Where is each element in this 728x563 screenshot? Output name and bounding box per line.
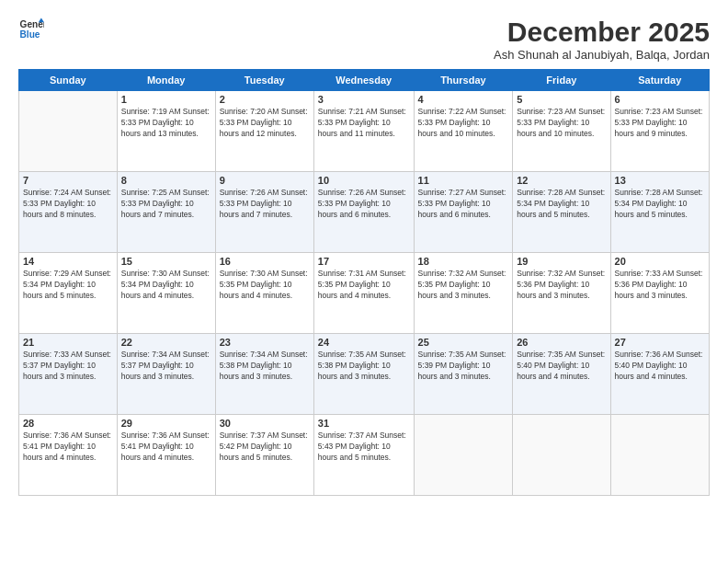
day-number: 7	[23, 175, 113, 186]
table-row: 14Sunrise: 7:29 AM Sunset: 5:34 PM Dayli…	[19, 253, 118, 334]
header-sunday: Sunday	[19, 70, 118, 91]
day-number: 13	[615, 175, 705, 186]
day-number: 25	[418, 337, 509, 348]
day-info: Sunrise: 7:35 AM Sunset: 5:38 PM Dayligh…	[318, 350, 410, 383]
day-info: Sunrise: 7:27 AM Sunset: 5:33 PM Dayligh…	[418, 188, 509, 221]
day-number: 27	[615, 337, 705, 348]
logo-icon: General Blue	[18, 17, 44, 42]
day-number: 6	[615, 94, 705, 105]
day-number: 5	[517, 94, 606, 105]
day-info: Sunrise: 7:34 AM Sunset: 5:37 PM Dayligh…	[121, 350, 211, 383]
day-info: Sunrise: 7:30 AM Sunset: 5:35 PM Dayligh…	[220, 269, 310, 302]
table-row	[610, 415, 709, 496]
table-row: 9Sunrise: 7:26 AM Sunset: 5:33 PM Daylig…	[215, 172, 313, 253]
table-row: 8Sunrise: 7:25 AM Sunset: 5:33 PM Daylig…	[117, 172, 215, 253]
table-row: 10Sunrise: 7:26 AM Sunset: 5:33 PM Dayli…	[313, 172, 414, 253]
page: General Blue December 2025 Ash Shunah al…	[0, 0, 728, 563]
day-number: 23	[220, 337, 310, 348]
table-row: 13Sunrise: 7:28 AM Sunset: 5:34 PM Dayli…	[610, 172, 709, 253]
table-row: 21Sunrise: 7:33 AM Sunset: 5:37 PM Dayli…	[19, 334, 118, 415]
table-row: 4Sunrise: 7:22 AM Sunset: 5:33 PM Daylig…	[414, 91, 513, 172]
day-number: 18	[418, 256, 509, 267]
day-number: 30	[220, 418, 310, 429]
table-row: 11Sunrise: 7:27 AM Sunset: 5:33 PM Dayli…	[414, 172, 513, 253]
day-info: Sunrise: 7:21 AM Sunset: 5:33 PM Dayligh…	[318, 107, 410, 140]
day-number: 16	[220, 256, 310, 267]
day-number: 4	[418, 94, 509, 105]
header-tuesday: Tuesday	[215, 70, 313, 91]
day-info: Sunrise: 7:37 AM Sunset: 5:42 PM Dayligh…	[220, 431, 310, 464]
day-info: Sunrise: 7:36 AM Sunset: 5:40 PM Dayligh…	[615, 350, 705, 383]
calendar-header-row: Sunday Monday Tuesday Wednesday Thursday…	[19, 70, 710, 91]
calendar-week-row: 1Sunrise: 7:19 AM Sunset: 5:33 PM Daylig…	[19, 91, 710, 172]
table-row: 28Sunrise: 7:36 AM Sunset: 5:41 PM Dayli…	[19, 415, 118, 496]
header-saturday: Saturday	[610, 70, 709, 91]
day-info: Sunrise: 7:19 AM Sunset: 5:33 PM Dayligh…	[121, 107, 211, 140]
day-number: 20	[615, 256, 705, 267]
day-number: 29	[121, 418, 211, 429]
day-info: Sunrise: 7:24 AM Sunset: 5:33 PM Dayligh…	[23, 188, 113, 221]
day-number: 17	[318, 256, 410, 267]
day-number: 9	[220, 175, 310, 186]
subtitle: Ash Shunah al Janubiyah, Balqa, Jordan	[494, 48, 710, 62]
table-row: 17Sunrise: 7:31 AM Sunset: 5:35 PM Dayli…	[313, 253, 414, 334]
calendar-week-row: 21Sunrise: 7:33 AM Sunset: 5:37 PM Dayli…	[19, 334, 710, 415]
logo: General Blue	[18, 17, 44, 42]
header: General Blue December 2025 Ash Shunah al…	[18, 17, 710, 62]
day-info: Sunrise: 7:34 AM Sunset: 5:38 PM Dayligh…	[220, 350, 310, 383]
table-row: 27Sunrise: 7:36 AM Sunset: 5:40 PM Dayli…	[610, 334, 709, 415]
day-number: 19	[517, 256, 606, 267]
day-info: Sunrise: 7:22 AM Sunset: 5:33 PM Dayligh…	[418, 107, 509, 140]
calendar-week-row: 28Sunrise: 7:36 AM Sunset: 5:41 PM Dayli…	[19, 415, 710, 496]
table-row: 16Sunrise: 7:30 AM Sunset: 5:35 PM Dayli…	[215, 253, 313, 334]
table-row	[19, 91, 118, 172]
table-row: 6Sunrise: 7:23 AM Sunset: 5:33 PM Daylig…	[610, 91, 709, 172]
day-info: Sunrise: 7:33 AM Sunset: 5:36 PM Dayligh…	[615, 269, 705, 302]
day-info: Sunrise: 7:32 AM Sunset: 5:36 PM Dayligh…	[517, 269, 606, 302]
table-row: 30Sunrise: 7:37 AM Sunset: 5:42 PM Dayli…	[215, 415, 313, 496]
day-number: 10	[318, 175, 410, 186]
table-row: 1Sunrise: 7:19 AM Sunset: 5:33 PM Daylig…	[117, 91, 215, 172]
day-number: 15	[121, 256, 211, 267]
day-number: 31	[318, 418, 410, 429]
calendar-week-row: 7Sunrise: 7:24 AM Sunset: 5:33 PM Daylig…	[19, 172, 710, 253]
day-info: Sunrise: 7:20 AM Sunset: 5:33 PM Dayligh…	[220, 107, 310, 140]
table-row: 12Sunrise: 7:28 AM Sunset: 5:34 PM Dayli…	[513, 172, 610, 253]
day-number: 24	[318, 337, 410, 348]
table-row: 3Sunrise: 7:21 AM Sunset: 5:33 PM Daylig…	[313, 91, 414, 172]
header-thursday: Thursday	[414, 70, 513, 91]
day-info: Sunrise: 7:31 AM Sunset: 5:35 PM Dayligh…	[318, 269, 410, 302]
table-row	[414, 415, 513, 496]
table-row: 15Sunrise: 7:30 AM Sunset: 5:34 PM Dayli…	[117, 253, 215, 334]
table-row: 26Sunrise: 7:35 AM Sunset: 5:40 PM Dayli…	[513, 334, 610, 415]
day-number: 21	[23, 337, 113, 348]
table-row: 20Sunrise: 7:33 AM Sunset: 5:36 PM Dayli…	[610, 253, 709, 334]
table-row: 19Sunrise: 7:32 AM Sunset: 5:36 PM Dayli…	[513, 253, 610, 334]
day-info: Sunrise: 7:36 AM Sunset: 5:41 PM Dayligh…	[121, 431, 211, 464]
table-row: 22Sunrise: 7:34 AM Sunset: 5:37 PM Dayli…	[117, 334, 215, 415]
day-info: Sunrise: 7:26 AM Sunset: 5:33 PM Dayligh…	[220, 188, 310, 221]
table-row: 25Sunrise: 7:35 AM Sunset: 5:39 PM Dayli…	[414, 334, 513, 415]
day-number: 2	[220, 94, 310, 105]
table-row	[513, 415, 610, 496]
calendar-table: Sunday Monday Tuesday Wednesday Thursday…	[18, 69, 710, 496]
svg-text:Blue: Blue	[20, 29, 40, 40]
month-title: December 2025	[494, 17, 710, 48]
day-number: 11	[418, 175, 509, 186]
table-row: 24Sunrise: 7:35 AM Sunset: 5:38 PM Dayli…	[313, 334, 414, 415]
day-info: Sunrise: 7:23 AM Sunset: 5:33 PM Dayligh…	[517, 107, 606, 140]
day-number: 1	[121, 94, 211, 105]
table-row: 29Sunrise: 7:36 AM Sunset: 5:41 PM Dayli…	[117, 415, 215, 496]
table-row: 31Sunrise: 7:37 AM Sunset: 5:43 PM Dayli…	[313, 415, 414, 496]
day-number: 12	[517, 175, 606, 186]
day-number: 14	[23, 256, 113, 267]
day-number: 26	[517, 337, 606, 348]
day-info: Sunrise: 7:28 AM Sunset: 5:34 PM Dayligh…	[517, 188, 606, 221]
day-info: Sunrise: 7:35 AM Sunset: 5:39 PM Dayligh…	[418, 350, 509, 383]
day-info: Sunrise: 7:35 AM Sunset: 5:40 PM Dayligh…	[517, 350, 606, 383]
day-info: Sunrise: 7:33 AM Sunset: 5:37 PM Dayligh…	[23, 350, 113, 383]
day-info: Sunrise: 7:25 AM Sunset: 5:33 PM Dayligh…	[121, 188, 211, 221]
day-info: Sunrise: 7:29 AM Sunset: 5:34 PM Dayligh…	[23, 269, 113, 302]
day-number: 22	[121, 337, 211, 348]
day-number: 8	[121, 175, 211, 186]
